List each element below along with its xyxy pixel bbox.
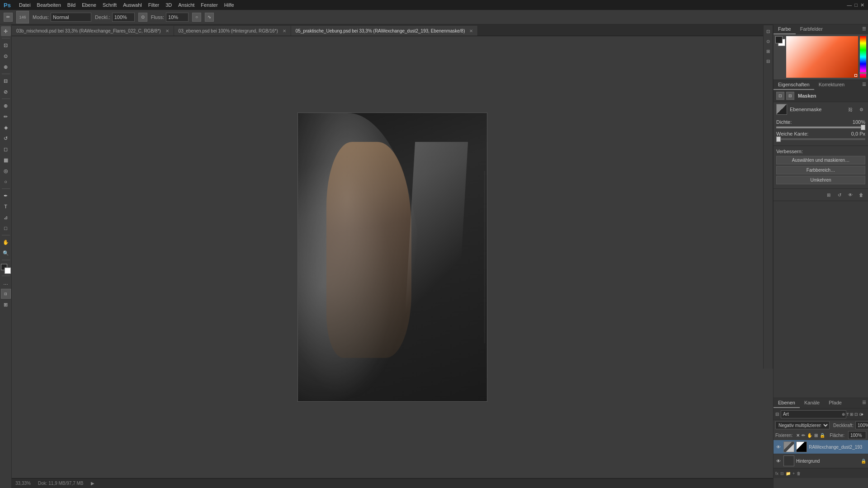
extras-btn[interactable]: …	[1, 278, 11, 288]
flaeche-input[interactable]	[848, 431, 866, 439]
blend-mode-select[interactable]: Negativ multiplizieren	[775, 421, 830, 429]
menu-filter[interactable]: Filter	[146, 1, 162, 9]
farbbereich-button[interactable]: Farbbereich…	[776, 166, 865, 174]
color-gradient[interactable]	[786, 36, 858, 78]
eraser-btn[interactable]: ◻	[1, 144, 11, 154]
airbrush-icon[interactable]: ○	[192, 13, 201, 22]
weiche-kante-slider[interactable]	[776, 138, 865, 140]
frame-btn[interactable]: ⊞	[1, 300, 11, 310]
smoothing-icon[interactable]: ∿	[205, 13, 214, 22]
menu-hilfe[interactable]: Hilfe	[222, 1, 237, 9]
brush-preview[interactable]: 146	[16, 11, 29, 23]
menu-datei[interactable]: Datei	[16, 1, 33, 9]
mask-action-eye[interactable]: 👁	[846, 191, 854, 199]
menu-bild[interactable]: Bild	[65, 1, 78, 9]
fixieren-icon-3[interactable]: ✋	[807, 433, 812, 438]
flow-input[interactable]	[166, 13, 189, 22]
layers-filter-input[interactable]	[781, 410, 846, 418]
color-tab-farbfelder[interactable]: Farbfelder	[796, 24, 827, 34]
brush-btn[interactable]: ✏	[1, 112, 11, 122]
dichte-slider[interactable]	[776, 127, 865, 128]
menu-fenster[interactable]: Fenster	[198, 1, 220, 9]
maximize-button[interactable]: □	[854, 2, 858, 8]
dichte-slider-handle[interactable]	[861, 125, 865, 130]
prop-tab-korrekturen[interactable]: Korrekturen	[814, 80, 849, 90]
tab-2[interactable]: 05_praktische_Uebung.psd bei 33,3% (RAWe…	[291, 26, 478, 36]
eyedropper-btn[interactable]: ⊘	[1, 87, 11, 97]
prop-tab-eigenschaften[interactable]: Eigenschaften	[774, 80, 814, 90]
text-btn[interactable]: T	[1, 202, 11, 211]
menu-auswahl[interactable]: Auswahl	[120, 1, 145, 9]
path-btn[interactable]: ⊿	[1, 212, 11, 222]
deckkraft-input[interactable]	[855, 421, 868, 429]
opacity-input[interactable]	[112, 13, 135, 22]
filter-icon-3[interactable]: ⊞	[850, 412, 854, 417]
footer-fx[interactable]: fx	[775, 471, 778, 476]
layers-tab-ebenen[interactable]: Ebenen	[774, 398, 800, 408]
pen-btn[interactable]: ✒	[1, 191, 11, 201]
history-btn[interactable]: ↺	[1, 133, 11, 143]
mask-thumbnail[interactable]	[776, 104, 787, 115]
auswaehlen-button[interactable]: Auswählen und maskieren…	[776, 156, 865, 164]
filter-icon-4[interactable]: ⊡	[854, 412, 858, 417]
layer-0-visibility[interactable]: 👁	[775, 444, 782, 450]
shapes-btn[interactable]: □	[1, 223, 11, 233]
move-tool-btn[interactable]: ✛	[1, 26, 11, 36]
background-color[interactable]	[5, 267, 11, 274]
mask-action-refresh[interactable]: ↺	[835, 191, 844, 199]
footer-add[interactable]: +	[793, 471, 795, 476]
layer-1-visibility[interactable]: 👁	[775, 458, 782, 464]
fixieren-icon-1[interactable]: ✕	[796, 433, 800, 438]
dodge-btn[interactable]: ○	[1, 177, 11, 187]
prop-panel-menu[interactable]: ☰	[860, 80, 868, 88]
fixieren-icon-2[interactable]: ✏	[802, 433, 805, 438]
pressure-icon[interactable]: ⊙	[138, 13, 147, 22]
color-picker-area[interactable]	[774, 34, 868, 80]
tab-1-close[interactable]: ✕	[283, 28, 286, 33]
menu-bearbeiten[interactable]: Bearbeiten	[34, 1, 64, 9]
fixieren-icon-4[interactable]: ⊞	[814, 433, 818, 438]
zoom-btn[interactable]: 🔍	[1, 248, 11, 258]
menu-schrift[interactable]: Schrift	[100, 1, 119, 9]
layers-tab-pfade[interactable]: Pfade	[824, 398, 846, 408]
brush-tool-icon[interactable]: ✏	[4, 13, 13, 22]
hand-btn[interactable]: ✋	[1, 237, 11, 247]
mask-link-icon[interactable]: ⛓	[846, 105, 854, 113]
layer-item-0[interactable]: 👁 RAWexchange_dust2_193	[774, 440, 868, 454]
weiche-kante-handle[interactable]	[776, 136, 781, 142]
gradient-btn[interactable]: ▦	[1, 155, 11, 165]
footer-folder[interactable]: 📁	[786, 471, 791, 476]
healing-btn[interactable]: ⊕	[1, 101, 11, 111]
menu-3d[interactable]: 3D	[163, 1, 175, 9]
hue-bar[interactable]	[860, 36, 866, 78]
blur-btn[interactable]: ◎	[1, 166, 11, 176]
color-swatches[interactable]	[1, 264, 11, 274]
menu-ansicht[interactable]: Ansicht	[175, 1, 197, 9]
filter-icon-2[interactable]: T	[846, 412, 849, 417]
layers-panel-menu[interactable]: ☰	[860, 398, 868, 406]
tab-2-close[interactable]: ✕	[469, 28, 473, 33]
tab-0[interactable]: 03b_mischmodi.psd bei 33,3% (RAWexchange…	[12, 26, 174, 36]
filter-icon-1[interactable]: ⊕	[842, 412, 845, 417]
menu-ebene[interactable]: Ebene	[79, 1, 99, 9]
mode-toggle[interactable]: ⊡	[1, 289, 11, 299]
fixieren-icon-5[interactable]: 🔒	[820, 433, 825, 438]
layers-tab-kanaele[interactable]: Kanäle	[800, 398, 824, 408]
lasso-tool-btn[interactable]: ⊙	[1, 51, 11, 61]
tab-1[interactable]: 03_ebenen.psd bei 100% (Hintergrund, RGB…	[174, 26, 291, 36]
minimize-button[interactable]: —	[847, 2, 852, 8]
color-tab-farbe[interactable]: Farbe	[774, 24, 796, 34]
close-button[interactable]: ✕	[860, 2, 864, 8]
color-panel-menu[interactable]: ☰	[860, 24, 868, 33]
stamp-btn[interactable]: ◈	[1, 122, 11, 132]
tab-0-close[interactable]: ✕	[165, 28, 169, 33]
footer-trash[interactable]: 🗑	[797, 471, 801, 476]
select-tool-btn[interactable]: ⊡	[1, 40, 11, 50]
quick-select-btn[interactable]: ⊕	[1, 62, 11, 72]
fg-swatch[interactable]	[775, 36, 783, 43]
mode-input[interactable]	[51, 13, 91, 22]
filter-toggle[interactable]: ●	[858, 410, 866, 418]
umkehren-button[interactable]: Umkehren	[776, 176, 865, 184]
crop-tool-btn[interactable]: ⊟	[1, 76, 11, 86]
layer-item-1[interactable]: 👁 Hintergrund 🔒	[774, 454, 868, 468]
